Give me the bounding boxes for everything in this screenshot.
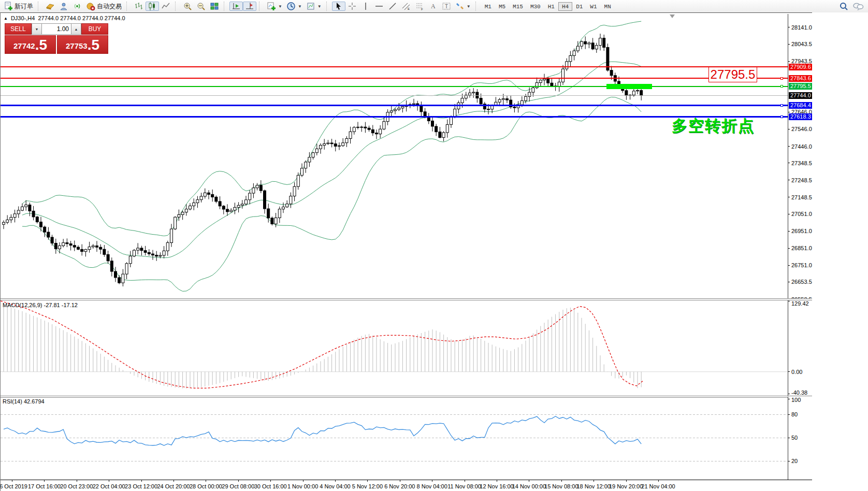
timeframe-button-m15[interactable]: M15 — [509, 2, 527, 11]
horizontal-line-icon — [374, 2, 384, 11]
price-tick-label: 28141.0 — [791, 24, 812, 31]
time-axis-label: 29 Oct 08:00 — [222, 483, 254, 489]
timeframe-button-mn[interactable]: MN — [601, 2, 615, 11]
candlestick-chart-button[interactable] — [146, 2, 159, 11]
volume-input[interactable] — [42, 23, 71, 35]
collapse-arrow-icon[interactable]: ▲ — [4, 16, 8, 21]
time-axis[interactable]: 16 Oct 201917 Oct 16:0020 Oct 23:0022 Oc… — [1, 480, 813, 491]
new-order-button[interactable]: 新订单 — [2, 2, 35, 11]
templates-button[interactable]: ▼ — [304, 2, 324, 11]
shapes-button[interactable]: ▼ — [453, 2, 473, 11]
channel-tool-button[interactable]: E — [399, 2, 413, 11]
price-line-badge: 27795.5 — [789, 83, 813, 90]
time-axis-label: 4 Nov 04:00 — [320, 483, 350, 489]
rsi-chart — [1, 397, 788, 480]
dropdown-caret: ▼ — [317, 4, 322, 9]
time-axis-label: 16 Oct 2019 — [0, 483, 27, 489]
horizontal-level-line[interactable] — [1, 86, 788, 87]
toolbar-separator — [126, 2, 129, 11]
cursor-tool-button[interactable] — [332, 2, 345, 11]
rsi-scale[interactable]: 100805020 — [788, 397, 813, 480]
candlestick-chart[interactable] — [1, 14, 788, 299]
price-tick — [788, 163, 790, 163]
crosshair-tool-button[interactable] — [345, 2, 359, 11]
sell-price[interactable]: 27742.5 — [5, 35, 56, 54]
macd-pane[interactable]: MACD(12,26,9) -27.81 -17.12 129.420.00-4… — [1, 300, 813, 396]
search-icon[interactable] — [839, 2, 848, 11]
rsi-pane[interactable]: RSI(14) 42.6794 100805020 — [1, 397, 813, 480]
bar-chart-button[interactable] — [132, 2, 146, 11]
rsi-tick-label: 80 — [791, 411, 798, 417]
price-tick — [788, 231, 790, 232]
price-pane[interactable]: ▲ DJ30-,H4 27744.0 27744.0 27744.0 27744… — [1, 14, 813, 299]
line-chart-button[interactable] — [159, 2, 172, 11]
horizontal-level-line[interactable] — [1, 105, 788, 106]
periods-button[interactable]: ▼ — [284, 2, 304, 11]
chart-shift-button[interactable] — [243, 2, 256, 11]
macd-scale[interactable]: 129.420.00-40.38 — [788, 300, 813, 396]
autotrade-label: 自动交易 — [97, 2, 122, 11]
price-scale[interactable]: 28141.028043.527943.527646.027546.027446… — [788, 14, 813, 299]
rsi-tick — [788, 438, 790, 438]
highlight-zone[interactable] — [606, 84, 652, 89]
buy-price[interactable]: 27753.5 — [57, 35, 108, 54]
indicators-button[interactable]: ▼ — [265, 2, 284, 11]
price-line-badge: 27843.6 — [789, 75, 813, 82]
profiles-button[interactable] — [57, 2, 70, 11]
line-handle[interactable] — [780, 85, 783, 88]
gold-box-icon — [46, 2, 55, 11]
price-tick-label: 26951.0 — [791, 228, 812, 234]
ohlc-header: ▲ DJ30-,H4 27744.0 27744.0 27744.0 27744… — [4, 15, 125, 21]
price-callout-label[interactable]: 27795.5 — [708, 67, 757, 82]
vline-tool-button[interactable] — [359, 2, 372, 11]
rsi-tick-label: 50 — [791, 435, 798, 441]
chart-window-button[interactable] — [44, 2, 57, 11]
horizontal-level-line[interactable] — [1, 66, 788, 67]
sell-button[interactable]: SELL — [5, 23, 32, 35]
autotrade-button[interactable]: 自动交易 — [84, 2, 124, 11]
symbol-period-label: DJ30-,H4 — [11, 15, 35, 21]
label-tool-button[interactable]: T — [440, 2, 453, 11]
volume-decrease-button[interactable]: ▼ — [32, 23, 42, 35]
line-handle[interactable] — [780, 115, 783, 118]
timeframe-button-m30[interactable]: M30 — [527, 2, 544, 11]
turning-point-annotation[interactable]: 多空转折点 — [672, 115, 755, 137]
fibonacci-tool-button[interactable]: F — [413, 2, 426, 11]
toolbar-separator — [175, 2, 178, 11]
chart-shift-marker[interactable] — [670, 15, 675, 18]
horizontal-level-line[interactable] — [1, 95, 788, 96]
timeframe-button-h1[interactable]: H1 — [544, 2, 558, 11]
new-order-label: 新订单 — [15, 2, 33, 11]
horizontal-level-line[interactable] — [1, 78, 788, 79]
price-tick-label: 26751.0 — [791, 262, 812, 268]
dropdown-caret: ▼ — [298, 4, 302, 9]
timeframe-button-w1[interactable]: W1 — [586, 2, 600, 11]
signals-button[interactable] — [70, 2, 84, 11]
line-chart-icon — [161, 2, 170, 11]
timeframe-button-h4[interactable]: H4 — [558, 2, 572, 11]
timeframe-button-d1[interactable]: D1 — [572, 2, 586, 11]
tile-windows-button[interactable] — [208, 2, 221, 11]
ohlc-values: 27744.0 27744.0 27744.0 27744.0 — [38, 15, 125, 21]
text-tool-button[interactable]: A — [426, 2, 440, 11]
buy-button[interactable]: BUY — [81, 23, 108, 35]
hline-tool-button[interactable] — [372, 2, 386, 11]
zoom-out-button[interactable] — [194, 2, 208, 11]
timeframe-button-m5[interactable]: M5 — [495, 2, 509, 11]
time-axis-label: 11 Nov 08:00 — [447, 483, 481, 489]
time-axis-label: 21 Nov 04:00 — [641, 483, 675, 489]
chat-icon[interactable] — [852, 2, 864, 11]
zoom-in-button[interactable] — [181, 2, 194, 11]
timeframe-button-m1[interactable]: M1 — [481, 2, 495, 11]
line-handle[interactable] — [780, 104, 783, 107]
trendline-tool-button[interactable] — [386, 2, 399, 11]
autoscroll-button[interactable] — [229, 2, 243, 11]
indicators-icon — [267, 2, 276, 11]
template-icon — [306, 2, 315, 11]
volume-increase-button[interactable]: ▲ — [71, 23, 81, 35]
toolbar-separator — [326, 2, 329, 11]
horizontal-level-line[interactable] — [1, 116, 788, 118]
price-tick — [788, 129, 790, 129]
line-handle[interactable] — [780, 77, 783, 80]
time-tick — [335, 480, 336, 482]
